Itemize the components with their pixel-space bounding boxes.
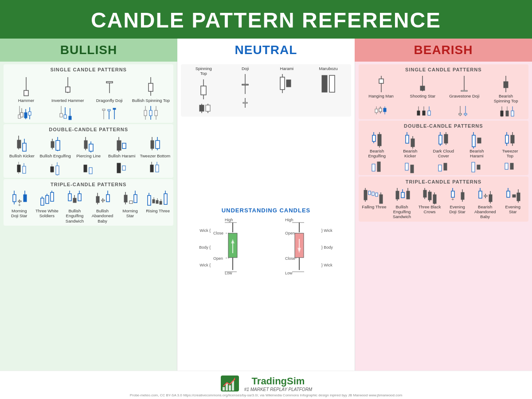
- svg-rect-255: [372, 192, 374, 196]
- footer-credits: Probe-meteo.com, CC BY-SA 3.0 https://cr…: [0, 393, 532, 397]
- svg-rect-243: [405, 163, 408, 170]
- pattern-three-white-soldiers: Three White Soldiers: [33, 188, 61, 219]
- pattern-bullish-harami: Bullish Harami: [105, 133, 138, 159]
- bengulfing-ex: [39, 160, 72, 176]
- morning-star-label: MorningStar: [122, 208, 137, 219]
- bullish-single-patterns: Hammer Inverted Hammer: [5, 74, 172, 104]
- svg-rect-113: [102, 200, 105, 201]
- svg-rect-136: [200, 105, 204, 111]
- pattern-inverted-hammer: Inverted Hammer: [47, 74, 89, 104]
- inverted-hammer-svg: [61, 74, 74, 98]
- spinning-top-ex-svg: [141, 104, 161, 121]
- svg-rect-241: [372, 164, 375, 171]
- neutral-category: NEUTRAL: [177, 39, 355, 62]
- svg-rect-204: [459, 113, 462, 115]
- svg-rect-223: [411, 139, 415, 147]
- svg-rect-258: [379, 195, 383, 203]
- svg-rect-120: [129, 201, 133, 203]
- evening-doji-star-label: EveningDoji Star: [449, 204, 465, 215]
- svg-rect-296: [223, 387, 225, 391]
- rising-three-label: Rising Three: [146, 208, 170, 213]
- svg-rect-130: [160, 201, 162, 204]
- pattern-morning-star: MorningStar: [116, 188, 144, 219]
- svg-rect-16: [24, 113, 27, 118]
- svg-rect-226: [439, 135, 442, 144]
- svg-rect-146: [243, 102, 247, 103]
- piercing-line-svg: [81, 133, 96, 153]
- svg-rect-194: [379, 108, 382, 112]
- bullish-harami-label: Bullish Harami: [108, 153, 135, 158]
- dark-cloud-cover-label: Dark Cloud Cover: [427, 149, 460, 159]
- svg-rect-32: [113, 108, 116, 110]
- wick-label-top-r: } Wick: [321, 228, 333, 233]
- footer-brand: TradingSim: [244, 376, 312, 387]
- inverted-hammer-canvas: [47, 74, 89, 98]
- svg-rect-244: [411, 165, 414, 173]
- morning-doji-label: MorningDoji Star: [11, 208, 27, 219]
- svg-text:+: +: [18, 203, 21, 207]
- svg-rect-124: [148, 196, 151, 205]
- bullish-kicker-svg: [14, 133, 30, 153]
- svg-rect-291: [512, 195, 516, 197]
- svg-rect-7: [106, 82, 113, 83]
- shooting-star-label: Shooting Star: [410, 94, 436, 98]
- svg-rect-34: [144, 110, 147, 116]
- svg-rect-126: [153, 200, 155, 203]
- svg-rect-247: [472, 162, 475, 172]
- pattern-spinning-top: SpinningTop: [183, 66, 224, 115]
- svg-text:Close: Close: [285, 256, 295, 261]
- pattern-bearish-spinning-top: BearishSpinning Top: [485, 74, 527, 105]
- bullish-spinning-top-svg: [144, 74, 157, 98]
- page: CANDLE PATTERN REFERENCE BULLISH NEUTRAL…: [0, 0, 532, 399]
- inv-hammer-ex-svg: [58, 104, 78, 121]
- svg-rect-263: [401, 192, 404, 198]
- svg-rect-83: [122, 166, 125, 170]
- svg-rect-43: [17, 140, 21, 148]
- svg-rect-202: [428, 111, 430, 115]
- bullish-single-block: SINGLE CANDLE PATTERNS: [4, 64, 173, 123]
- svg-rect-57: [89, 144, 93, 151]
- bearish-category: BEARISH: [355, 39, 532, 62]
- bullish-double-examples: [5, 160, 172, 176]
- svg-rect-221: [406, 135, 409, 143]
- svg-rect-256: [376, 193, 378, 196]
- bearish-single-header: SINGLE CANDLE PATTERNS: [360, 66, 527, 74]
- wick-label-top: Wick {: [199, 228, 211, 233]
- svg-rect-298: [229, 385, 231, 391]
- svg-rect-249: [505, 163, 508, 169]
- bearish-diagram: High Open Close Low: [284, 217, 333, 279]
- svg-rect-132: [164, 194, 167, 204]
- svg-rect-282: [479, 191, 482, 198]
- bearish-double-block: DOUBLE-CANDLE PATTERNS BearishEngulfing: [359, 121, 528, 175]
- svg-rect-187: [461, 90, 467, 91]
- svg-rect-242: [377, 162, 380, 172]
- body-label-r: } Body: [321, 245, 333, 250]
- wick-label-bottom-r: } Wick: [321, 263, 333, 267]
- pattern-bullish-engulfing: Bullish Engulfing: [39, 133, 72, 159]
- pattern-dark-cloud-cover: Dark Cloud Cover: [427, 130, 460, 160]
- svg-rect-297: [226, 383, 228, 391]
- bearish-triple-block: TRIPLE-CANDLE PATTERNS: [359, 176, 528, 222]
- bkicker-ex: [5, 160, 39, 176]
- hammer-ex-svg: [16, 104, 36, 121]
- bearish-kicker-label: BearishKicker: [403, 149, 417, 159]
- svg-rect-81: [89, 168, 92, 174]
- tweezer-bottom-label: Tweezer Bottom: [140, 153, 170, 158]
- bearish-harami-label: BearishHarami: [469, 149, 484, 159]
- svg-rect-9: [149, 83, 153, 91]
- svg-rect-196: [383, 108, 386, 112]
- svg-rect-70: [17, 165, 20, 172]
- pattern-rising-three: Rising Three: [144, 188, 172, 214]
- bearish-engulfing-label: BearishEngulfing: [368, 149, 386, 159]
- pattern-three-black-crows: Three Black Crows: [416, 186, 444, 215]
- pattern-tweezer-bottom: Tweezer Bottom: [138, 133, 172, 159]
- svg-rect-250: [510, 163, 513, 169]
- pattern-bullish-sandwich: BullishEngulfingSandwich: [61, 188, 89, 224]
- bullish-spinning-top-canvas: [130, 74, 172, 98]
- spinning-top-label: SpinningTop: [196, 66, 212, 76]
- pattern-morning-doji: + MorningDoji Star: [5, 188, 33, 219]
- bullish-triple-block: TRIPLE-CANDLE PATTERNS +: [4, 179, 173, 226]
- dragonfly-canvas: [89, 74, 130, 98]
- bullish-category: BULLISH: [0, 39, 177, 62]
- svg-rect-279: [461, 192, 464, 200]
